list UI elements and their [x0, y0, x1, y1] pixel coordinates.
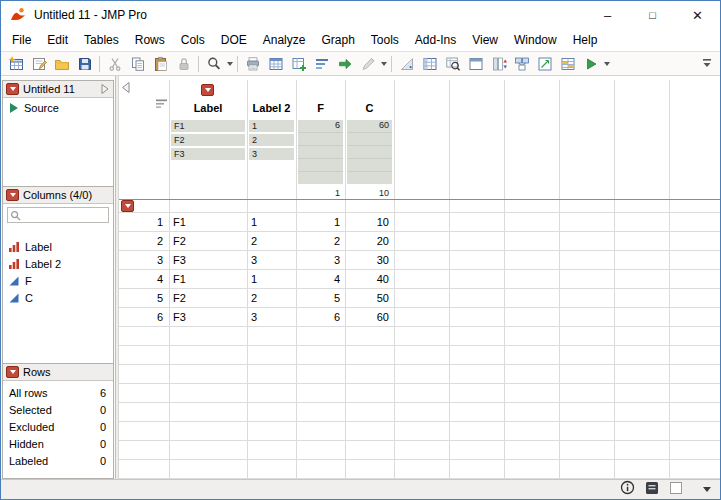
- table-row[interactable]: 4 F1 1 4 40: [119, 270, 720, 289]
- empty-row[interactable]: [119, 460, 720, 479]
- summary-label-values[interactable]: F1 F2 F3: [169, 119, 247, 200]
- toolbar-overflow-icon[interactable]: [701, 57, 713, 71]
- cell-c[interactable]: 50: [345, 289, 394, 307]
- cell-label2[interactable]: 1: [247, 213, 296, 231]
- paste-button[interactable]: [149, 53, 172, 74]
- search-button[interactable]: [202, 53, 225, 74]
- table-row[interactable]: 2 F2 2 2 20: [119, 232, 720, 251]
- cell-c[interactable]: 30: [345, 251, 394, 269]
- summary-chip[interactable]: F1: [171, 120, 245, 132]
- column-search-input[interactable]: [23, 210, 106, 221]
- cell-label2[interactable]: 1: [247, 270, 296, 288]
- cell-f[interactable]: 5: [296, 289, 345, 307]
- maximize-button[interactable]: □: [630, 1, 675, 29]
- find-in-table-button[interactable]: [441, 53, 464, 74]
- log-icon[interactable]: [645, 481, 659, 499]
- cell-c[interactable]: 20: [345, 232, 394, 250]
- menu-window[interactable]: Window: [506, 30, 565, 50]
- table-menu-button[interactable]: [6, 83, 19, 95]
- menu-graph[interactable]: Graph: [313, 30, 362, 50]
- cell-label[interactable]: F1: [169, 213, 247, 231]
- column-header-c[interactable]: C: [345, 98, 394, 119]
- cell-c[interactable]: 10: [345, 213, 394, 231]
- cell-label[interactable]: F3: [169, 251, 247, 269]
- window-list-icon[interactable]: [669, 481, 683, 499]
- collapse-sidebar-icon[interactable]: [100, 83, 110, 95]
- cell-label[interactable]: F1: [169, 270, 247, 288]
- row-number[interactable]: 1: [119, 213, 169, 231]
- script-menu-chevron-icon[interactable]: [602, 53, 611, 74]
- summary-range-bar[interactable]: 6: [298, 120, 343, 184]
- menu-analyze[interactable]: Analyze: [255, 30, 314, 50]
- cell-c[interactable]: 40: [345, 270, 394, 288]
- cell-f[interactable]: 4: [296, 270, 345, 288]
- status-menu-icon[interactable]: [703, 487, 711, 492]
- row-number[interactable]: 2: [119, 232, 169, 250]
- summary-label2-values[interactable]: 1 2 3: [247, 119, 296, 200]
- open-button[interactable]: [50, 53, 73, 74]
- column-item-f[interactable]: F: [3, 272, 113, 289]
- join-tables-button[interactable]: [510, 53, 533, 74]
- cell-label[interactable]: F2: [169, 289, 247, 307]
- run-script-button[interactable]: [579, 53, 602, 74]
- row-number[interactable]: 5: [119, 289, 169, 307]
- menu-file[interactable]: File: [4, 30, 39, 50]
- collapse-panel-icon[interactable]: [120, 81, 131, 94]
- tabulate-button[interactable]: [418, 53, 441, 74]
- sort-button[interactable]: [310, 53, 333, 74]
- cell-label[interactable]: F3: [169, 308, 247, 326]
- transpose-table-button[interactable]: [533, 53, 556, 74]
- summary-chip[interactable]: F2: [171, 134, 245, 146]
- empty-row[interactable]: [119, 327, 720, 346]
- empty-row[interactable]: [119, 422, 720, 441]
- print-button[interactable]: [241, 53, 264, 74]
- empty-row[interactable]: [119, 441, 720, 460]
- sort-columns-button[interactable]: [487, 53, 510, 74]
- source-item[interactable]: Source: [3, 98, 113, 114]
- table-row[interactable]: 6 F3 3 6 60: [119, 308, 720, 327]
- info-icon[interactable]: [620, 480, 635, 499]
- menu-doe[interactable]: DOE: [213, 30, 255, 50]
- menu-edit[interactable]: Edit: [39, 30, 76, 50]
- column-item-c[interactable]: C: [3, 289, 113, 306]
- cell-c[interactable]: 60: [345, 308, 394, 326]
- menu-tools[interactable]: Tools: [363, 30, 407, 50]
- subset-table-button[interactable]: [556, 53, 579, 74]
- menu-addins[interactable]: Add-Ins: [407, 30, 464, 50]
- rows-stat-all[interactable]: All rows 6: [3, 384, 113, 401]
- summary-chip[interactable]: 3: [249, 148, 294, 160]
- rows-stat-labeled[interactable]: Labeled 0: [3, 452, 113, 469]
- cell-f[interactable]: 6: [296, 308, 345, 326]
- new-window-button[interactable]: [464, 53, 487, 74]
- rows-stat-hidden[interactable]: Hidden 0: [3, 435, 113, 452]
- search-menu-chevron-icon[interactable]: [225, 53, 234, 74]
- lock-icon[interactable]: [172, 53, 195, 74]
- cell-f[interactable]: 2: [296, 232, 345, 250]
- cell-label2[interactable]: 3: [247, 251, 296, 269]
- columns-menu-button-panel[interactable]: [6, 189, 19, 201]
- menu-rows[interactable]: Rows: [127, 30, 173, 50]
- menu-tables[interactable]: Tables: [76, 30, 127, 50]
- cell-f[interactable]: 1: [296, 213, 345, 231]
- column-list-icon[interactable]: [156, 99, 168, 109]
- column-header-label[interactable]: Label: [169, 98, 247, 119]
- rows-stat-excluded[interactable]: Excluded 0: [3, 418, 113, 435]
- row-number[interactable]: 6: [119, 308, 169, 326]
- empty-row[interactable]: [119, 384, 720, 403]
- empty-row[interactable]: [119, 403, 720, 422]
- cell-label[interactable]: F2: [169, 232, 247, 250]
- column-item-label[interactable]: Label: [3, 238, 113, 255]
- cell-label2[interactable]: 3: [247, 308, 296, 326]
- column-item-label2[interactable]: Label 2: [3, 255, 113, 272]
- menu-help[interactable]: Help: [565, 30, 606, 50]
- row-number[interactable]: 4: [119, 270, 169, 288]
- cell-f[interactable]: 3: [296, 251, 345, 269]
- add-to-table-button[interactable]: [287, 53, 310, 74]
- column-header-f[interactable]: F: [296, 98, 345, 119]
- graph-tools-button[interactable]: [395, 53, 418, 74]
- empty-row[interactable]: [119, 346, 720, 365]
- table-row[interactable]: 3 F3 3 3 30: [119, 251, 720, 270]
- annotate-menu-chevron-icon[interactable]: [379, 53, 388, 74]
- summary-chip[interactable]: F3: [171, 148, 245, 160]
- empty-row[interactable]: [119, 365, 720, 384]
